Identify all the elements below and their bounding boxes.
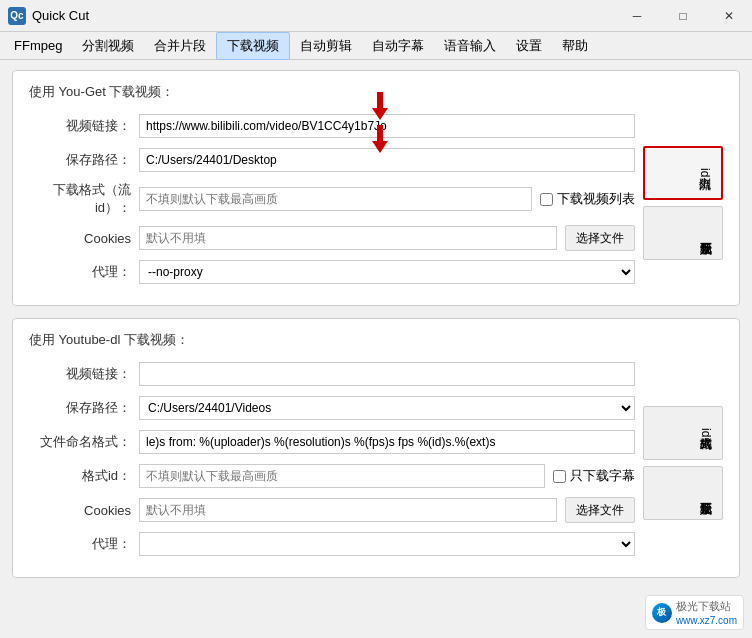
close-button[interactable]: ✕ bbox=[706, 0, 752, 32]
youget-side-buttons: 列出流id 开始下载视频 bbox=[643, 113, 723, 293]
menu-item-voice-input[interactable]: 语音输入 bbox=[434, 33, 506, 59]
youget-url-input[interactable] bbox=[139, 114, 635, 138]
ytdl-savepath-select[interactable]: C:/Users/24401/Videos bbox=[139, 396, 635, 420]
youget-body: 视频链接： 保存路径： 下载格式（流id）： 下载视频列表 bbox=[29, 113, 723, 293]
app-title: Quick Cut bbox=[32, 8, 89, 23]
menu-item-auto-cut[interactable]: 自动剪辑 bbox=[290, 33, 362, 59]
youget-savepath-label: 保存路径： bbox=[29, 151, 139, 169]
minimize-button[interactable]: ─ bbox=[614, 0, 660, 32]
window-controls: ─ □ ✕ bbox=[614, 0, 752, 32]
ytdl-list-format-id-button[interactable]: 列出格式式id bbox=[643, 406, 723, 460]
youget-proxy-row: 代理： --no-proxy bbox=[29, 259, 635, 285]
watermark-logo: 极 bbox=[652, 603, 672, 623]
youget-start-download-button[interactable]: 开始下载视频 bbox=[643, 206, 723, 260]
ytdl-filename-input[interactable] bbox=[139, 430, 635, 454]
youget-url-row: 视频链接： bbox=[29, 113, 635, 139]
menu-item-auto-subtitle[interactable]: 自动字幕 bbox=[362, 33, 434, 59]
ytdl-savepath-row: 保存路径： C:/Users/24401/Videos bbox=[29, 395, 635, 421]
youget-cookies-label: Cookies bbox=[29, 231, 139, 246]
youget-download-list-label: 下载视频列表 bbox=[557, 190, 635, 208]
main-content: 使用 You-Get 下载视频： 视频链接： 保存路径： 下载格式（流id）： bbox=[0, 60, 752, 638]
ytdl-subtitle-only-label: 只下载字幕 bbox=[570, 467, 635, 485]
youget-format-row: 下载格式（流id）： 下载视频列表 bbox=[29, 181, 635, 217]
ytdl-form: 视频链接： 保存路径： C:/Users/24401/Videos 文件命名格式… bbox=[29, 361, 635, 565]
ytdl-proxy-label: 代理： bbox=[29, 535, 139, 553]
ytdl-cookies-row: Cookies 选择文件 bbox=[29, 497, 635, 523]
ytdl-title: 使用 Youtube-dl 下载视频： bbox=[29, 331, 723, 349]
youget-savepath-input[interactable] bbox=[139, 148, 635, 172]
menu-item-merge[interactable]: 合并片段 bbox=[144, 33, 216, 59]
ytdl-savepath-label: 保存路径： bbox=[29, 399, 139, 417]
youget-panel: 使用 You-Get 下载视频： 视频链接： 保存路径： 下载格式（流id）： bbox=[12, 70, 740, 306]
youget-cookies-row: Cookies 选择文件 bbox=[29, 225, 635, 251]
ytdl-url-row: 视频链接： bbox=[29, 361, 635, 387]
youget-url-label: 视频链接： bbox=[29, 117, 139, 135]
youget-select-file-button[interactable]: 选择文件 bbox=[565, 225, 635, 251]
youget-list-stream-id-button[interactable]: 列出流id bbox=[643, 146, 723, 200]
youget-cookies-input[interactable] bbox=[139, 226, 557, 250]
ytdl-side-buttons: 列出格式式id 开始下载视频 bbox=[643, 361, 723, 565]
ytdl-panel: 使用 Youtube-dl 下载视频： 视频链接： 保存路径： C:/Users… bbox=[12, 318, 740, 578]
ytdl-cookies-input[interactable] bbox=[139, 498, 557, 522]
ytdl-url-label: 视频链接： bbox=[29, 365, 139, 383]
youget-download-list-checkbox[interactable] bbox=[540, 193, 553, 206]
menu-bar: FFmpeg 分割视频 合并片段 下载视频 自动剪辑 自动字幕 语音输入 设置 … bbox=[0, 32, 752, 60]
ytdl-formatid-input[interactable] bbox=[139, 464, 545, 488]
title-bar: Qc Quick Cut ─ □ ✕ bbox=[0, 0, 752, 32]
watermark-text: 极光下载站 www.xz7.com bbox=[676, 599, 737, 626]
menu-item-ffmpeg[interactable]: FFmpeg bbox=[4, 34, 72, 57]
ytdl-filename-row: 文件命名格式： bbox=[29, 429, 635, 455]
menu-item-download[interactable]: 下载视频 bbox=[216, 32, 290, 60]
menu-item-help[interactable]: 帮助 bbox=[552, 33, 598, 59]
ytdl-filename-label: 文件命名格式： bbox=[29, 433, 139, 451]
menu-item-settings[interactable]: 设置 bbox=[506, 33, 552, 59]
ytdl-subtitle-only-group: 只下载字幕 bbox=[553, 467, 635, 485]
menu-item-split[interactable]: 分割视频 bbox=[72, 33, 144, 59]
app-icon: Qc bbox=[8, 7, 26, 25]
youget-proxy-label: 代理： bbox=[29, 263, 139, 281]
ytdl-subtitle-only-checkbox[interactable] bbox=[553, 470, 566, 483]
youget-proxy-select[interactable]: --no-proxy bbox=[139, 260, 635, 284]
youget-form: 视频链接： 保存路径： 下载格式（流id）： 下载视频列表 bbox=[29, 113, 635, 293]
ytdl-cookies-label: Cookies bbox=[29, 503, 139, 518]
ytdl-proxy-row: 代理： bbox=[29, 531, 635, 557]
ytdl-proxy-select[interactable] bbox=[139, 532, 635, 556]
youget-title: 使用 You-Get 下载视频： bbox=[29, 83, 723, 101]
ytdl-formatid-row: 格式id： 只下载字幕 bbox=[29, 463, 635, 489]
ytdl-formatid-label: 格式id： bbox=[29, 467, 139, 485]
ytdl-start-download-button[interactable]: 开始下载视频 bbox=[643, 466, 723, 520]
youget-format-label: 下载格式（流id）： bbox=[29, 181, 139, 217]
maximize-button[interactable]: □ bbox=[660, 0, 706, 32]
ytdl-select-file-button[interactable]: 选择文件 bbox=[565, 497, 635, 523]
youget-download-list-group: 下载视频列表 bbox=[540, 190, 635, 208]
youget-savepath-row: 保存路径： bbox=[29, 147, 635, 173]
ytdl-url-input[interactable] bbox=[139, 362, 635, 386]
watermark: 极 极光下载站 www.xz7.com bbox=[645, 595, 744, 630]
ytdl-body: 视频链接： 保存路径： C:/Users/24401/Videos 文件命名格式… bbox=[29, 361, 723, 565]
youget-format-input[interactable] bbox=[139, 187, 532, 211]
